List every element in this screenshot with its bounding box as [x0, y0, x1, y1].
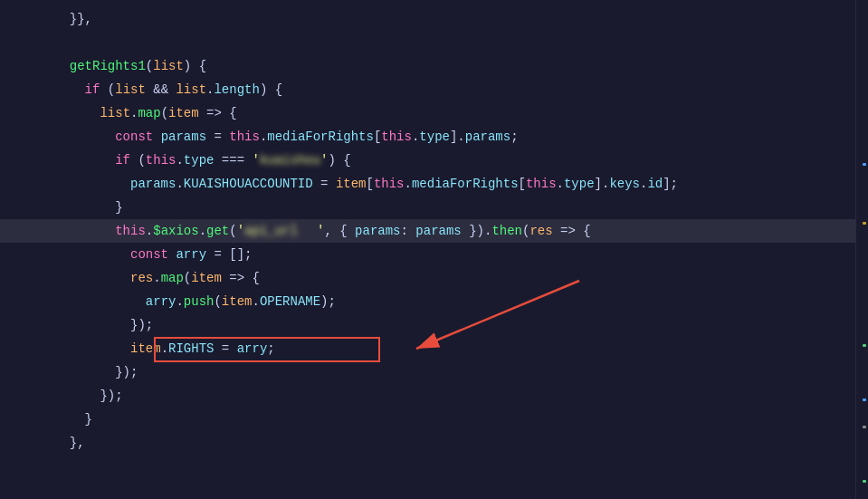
code-line: [0, 455, 868, 478]
code-line: if (list && list.length) {: [0, 78, 868, 101]
code-line: if (this.type === 'kuaishou') {: [0, 149, 868, 172]
code-line: getRights1(list) {: [0, 54, 868, 78]
code-line: [0, 31, 868, 54]
code-line: arry.push(item.OPERNAME);: [0, 290, 868, 313]
code-line-boxed: item.RIGHTS = arry;: [0, 337, 868, 360]
code-line: const params = this.mediaForRights[this.…: [0, 125, 868, 149]
code-line: }: [0, 196, 868, 219]
code-content: }}, getRights1(list) { if (list && list.…: [0, 0, 868, 485]
scroll-marker: [863, 344, 866, 347]
code-line: });: [0, 313, 868, 337]
code-line-highlighted: this.$axios.get('api_url', { params: par…: [0, 219, 868, 243]
code-line: });: [0, 360, 868, 384]
code-line: res.map(item => {: [0, 266, 868, 290]
code-line: },: [0, 431, 868, 455]
scroll-marker: [863, 480, 866, 483]
scroll-marker: [863, 426, 866, 428]
code-line: });: [0, 384, 868, 408]
code-line: params.KUAISHOUACCOUNTID = item[this.med…: [0, 172, 868, 196]
code-line: }},: [0, 7, 868, 31]
code-editor: }}, getRights1(list) { if (list && list.…: [0, 0, 868, 499]
code-line: list.map(item => {: [0, 101, 868, 125]
code-line: }: [0, 408, 868, 431]
code-line: const arry = [];: [0, 243, 868, 266]
scroll-marker: [863, 398, 866, 401]
scrollbar[interactable]: [855, 0, 868, 499]
scroll-marker: [863, 222, 866, 225]
scroll-marker: [863, 163, 866, 166]
